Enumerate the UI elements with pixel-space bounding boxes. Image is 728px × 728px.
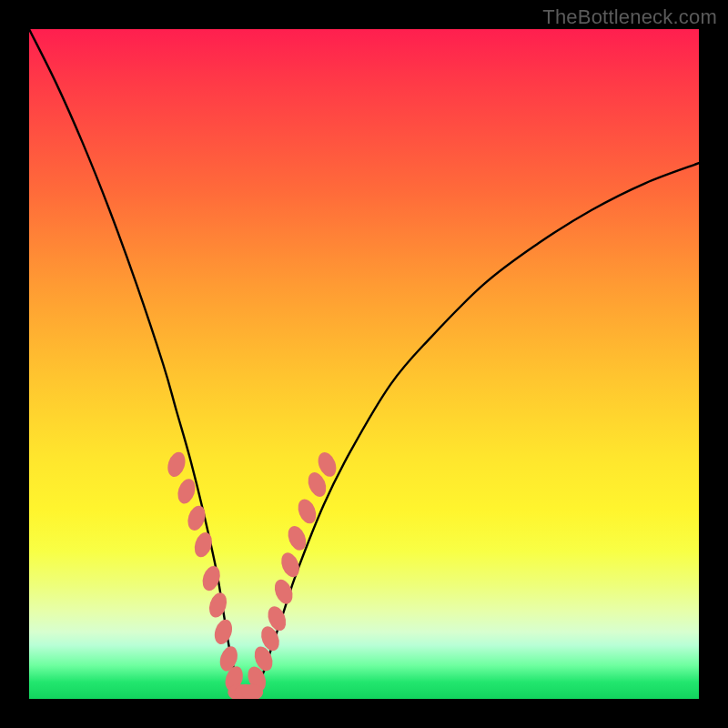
plot-area xyxy=(29,29,699,699)
marker-group xyxy=(165,450,339,699)
curve-marker xyxy=(271,577,296,607)
curve-marker xyxy=(191,531,215,560)
curve-marker xyxy=(207,591,230,620)
watermark-text: TheBottleneck.com xyxy=(542,5,717,29)
curve-marker xyxy=(175,477,198,506)
curve-layer xyxy=(29,29,699,699)
bottleneck-curve xyxy=(29,29,699,693)
chart-stage: TheBottleneck.com xyxy=(0,0,728,728)
curve-marker xyxy=(185,503,208,532)
curve-marker xyxy=(165,450,188,479)
curve-marker xyxy=(212,617,236,646)
